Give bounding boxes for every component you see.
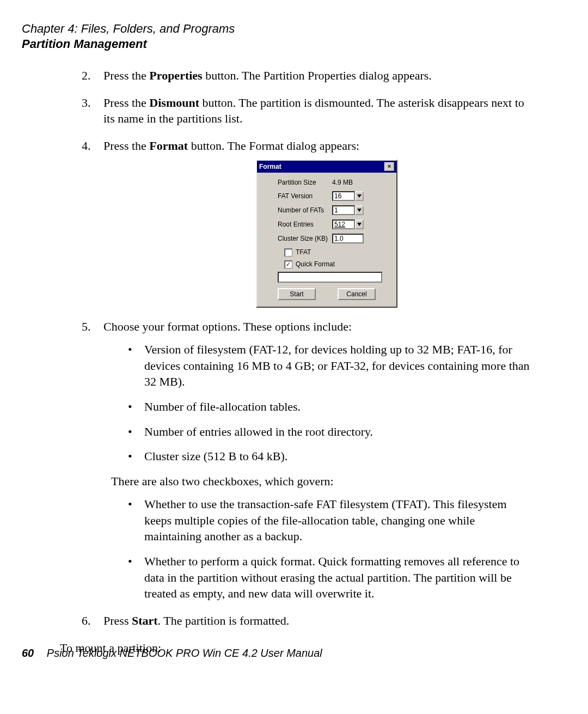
bullet-fat-version: Version of filesystem (FAT-12, for devic… <box>103 341 534 390</box>
root-entries-value: 512 <box>332 219 355 229</box>
step-3: 3. Press the Dismount button. The partit… <box>22 95 534 127</box>
num-fats-value: 1 <box>332 205 355 215</box>
fat-version-select[interactable]: 16 <box>332 191 364 201</box>
step-text-post: . The partition is formatted. <box>158 614 290 627</box>
step-text-pre: Press the <box>103 69 149 82</box>
bullet-cluster-size: Cluster size (512 B to 64 kB). <box>103 448 534 465</box>
svg-marker-0 <box>357 194 362 198</box>
step-2: 2. Press the Properties button. The Part… <box>22 68 534 84</box>
chevron-down-icon[interactable] <box>355 219 364 229</box>
partition-size-value: 4.9 MB <box>332 178 353 187</box>
cancel-button[interactable]: Cancel <box>338 288 376 300</box>
num-fats-label: Number of FATs <box>265 206 332 215</box>
step-bold: Dismount <box>149 96 199 109</box>
step-bold: Format <box>149 139 188 152</box>
step-6: 6. Press Start. The partition is formatt… <box>22 613 534 629</box>
step-number: 3. <box>82 95 91 111</box>
cluster-size-input[interactable]: 1.0 <box>332 234 364 243</box>
svg-marker-1 <box>357 209 362 212</box>
dialog-titlebar[interactable]: Format × <box>257 161 396 173</box>
bullet-num-fats: Number of file-allocation tables. <box>103 399 534 415</box>
checkbox-intro: There are also two checkboxes, which gov… <box>111 473 534 490</box>
chevron-down-icon[interactable] <box>355 191 364 201</box>
dialog-title: Format <box>259 162 281 171</box>
chapter-heading: Chapter 4: Files, Folders, and Programs <box>22 22 534 36</box>
step-text-post: button. The Partition Properties dialog … <box>203 69 432 82</box>
step-number: 5. <box>82 319 91 335</box>
section-heading: Partition Management <box>22 37 534 51</box>
steps-list: 2. Press the Properties button. The Part… <box>22 68 534 629</box>
page-number: 60 <box>22 647 34 659</box>
options-bullets: Version of filesystem (FAT-12, for devic… <box>103 341 534 465</box>
partition-size-label: Partition Size <box>265 178 332 187</box>
bullet-tfat: Whether to use the transaction-safe FAT … <box>103 496 534 545</box>
step-text-post: button. The Format dialog appears: <box>188 139 359 152</box>
step-number: 4. <box>82 138 91 154</box>
step-number: 6. <box>82 613 91 629</box>
quick-format-label: Quick Format <box>296 260 335 268</box>
bullet-quick: Whether to perform a quick format. Quick… <box>103 553 534 602</box>
num-fats-select[interactable]: 1 <box>332 205 364 215</box>
start-button[interactable]: Start <box>278 288 316 300</box>
step-5: 5. Choose your format options. These opt… <box>22 319 534 602</box>
root-entries-label: Root Entries <box>265 220 332 229</box>
step-bold: Start <box>132 614 158 627</box>
quick-format-checkbox[interactable]: ✓ <box>284 260 292 268</box>
step-text-pre: Press <box>103 614 132 627</box>
format-dialog: Format × Partition Size 4.9 MB FAT Versi… <box>256 160 397 308</box>
tfat-checkbox[interactable] <box>284 248 292 257</box>
step-4: 4. Press the Format button. The Format d… <box>22 138 534 308</box>
bullet-root-entries: Number of entries allowed in the root di… <box>103 424 534 440</box>
fat-version-label: FAT Version <box>265 192 332 200</box>
chevron-down-icon[interactable] <box>355 205 364 215</box>
svg-marker-2 <box>357 223 362 226</box>
step-bold: Properties <box>149 69 202 82</box>
tfat-label: TFAT <box>296 248 311 257</box>
step-text: Choose your format options. These option… <box>103 320 352 333</box>
fat-version-value: 16 <box>332 191 355 201</box>
page-footer: 60 Psion Teklogix NETBOOK PRO Win CE 4.2… <box>22 647 322 660</box>
step-text-pre: Press the <box>103 139 149 152</box>
step-number: 2. <box>82 68 91 84</box>
step-text-pre: Press the <box>103 96 149 109</box>
progress-bar <box>278 272 382 283</box>
root-entries-select[interactable]: 512 <box>332 219 364 229</box>
manual-title: Psion Teklogix NETBOOK PRO Win CE 4.2 Us… <box>47 647 322 659</box>
close-icon[interactable]: × <box>384 162 394 171</box>
cluster-size-label: Cluster Size (KB) <box>265 234 332 243</box>
checkbox-bullets: Whether to use the transaction-safe FAT … <box>103 496 534 602</box>
